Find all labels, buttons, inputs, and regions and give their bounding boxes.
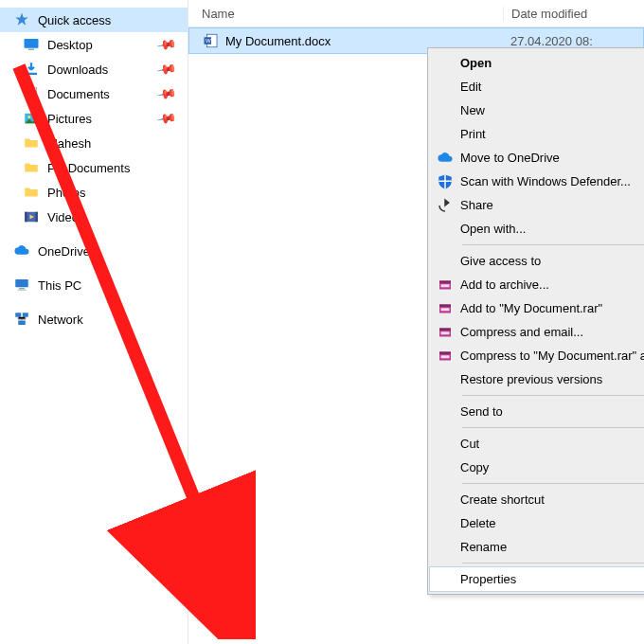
folder-icon bbox=[23, 134, 40, 152]
sidebar-item-mahesh[interactable]: Mahesh bbox=[0, 131, 188, 155]
videos-icon bbox=[23, 208, 40, 225]
sidebar-item-label: Mahesh bbox=[47, 136, 91, 151]
svg-rect-17 bbox=[18, 321, 26, 326]
svg-rect-28 bbox=[441, 308, 450, 311]
folder-icon bbox=[23, 159, 40, 176]
svg-rect-33 bbox=[439, 352, 451, 354]
sidebar-item-documents[interactable]: Documents 📌 bbox=[0, 81, 188, 106]
pin-icon: 📌 bbox=[155, 83, 177, 105]
column-date-modified[interactable]: Date modified bbox=[503, 7, 644, 21]
menu-open-with[interactable]: Open with... bbox=[430, 217, 644, 241]
sidebar-item-label: Downloads bbox=[47, 63, 108, 77]
menu-separator bbox=[462, 427, 644, 428]
menu-send-to[interactable]: Send to › bbox=[430, 400, 644, 423]
sidebar-item-pcdocuments[interactable]: PC Documents bbox=[0, 155, 188, 180]
sidebar-item-label: Documents bbox=[47, 87, 110, 101]
sidebar-network[interactable]: Network bbox=[0, 307, 188, 331]
menu-copy[interactable]: Copy bbox=[430, 456, 644, 479]
onedrive-icon bbox=[436, 149, 455, 168]
svg-rect-34 bbox=[441, 355, 450, 358]
sidebar-item-label: PC Documents bbox=[47, 161, 130, 175]
menu-properties[interactable]: Properties bbox=[429, 566, 644, 592]
menu-open[interactable]: Open bbox=[430, 51, 644, 75]
menu-create-shortcut[interactable]: Create shortcut bbox=[430, 488, 644, 511]
sidebar-item-label: Photos bbox=[47, 186, 85, 200]
svg-point-8 bbox=[27, 116, 30, 118]
svg-rect-30 bbox=[439, 329, 451, 331]
svg-rect-12 bbox=[15, 279, 28, 287]
star-icon bbox=[13, 11, 30, 28]
file-date: 27.04.2020 08: bbox=[503, 34, 643, 48]
svg-rect-24 bbox=[439, 281, 451, 283]
svg-rect-25 bbox=[441, 284, 450, 287]
sidebar-item-videos[interactable]: Videos bbox=[0, 205, 188, 229]
svg-rect-22 bbox=[438, 181, 452, 183]
svg-rect-15 bbox=[15, 313, 21, 317]
folder-icon bbox=[23, 184, 40, 201]
defender-shield-icon bbox=[436, 172, 455, 191]
menu-separator bbox=[462, 244, 644, 245]
nav-sidebar: Quick access Desktop 📌 Downloads 📌 Docum… bbox=[0, 0, 188, 644]
menu-compress-rar-email[interactable]: Compress to "My Document.rar" and email bbox=[430, 344, 644, 367]
sidebar-item-desktop[interactable]: Desktop 📌 bbox=[0, 32, 188, 57]
menu-compress-email[interactable]: Compress and email... bbox=[430, 320, 644, 344]
winrar-icon bbox=[436, 299, 455, 318]
sidebar-item-label: OneDrive bbox=[38, 244, 90, 259]
menu-share[interactable]: Share bbox=[430, 193, 644, 217]
menu-add-to-rar[interactable]: Add to "My Document.rar" bbox=[430, 296, 644, 320]
svg-text:W: W bbox=[206, 38, 211, 44]
sidebar-item-downloads[interactable]: Downloads 📌 bbox=[0, 57, 188, 81]
menu-delete[interactable]: Delete bbox=[430, 511, 644, 535]
menu-cut[interactable]: Cut bbox=[430, 432, 644, 456]
svg-rect-11 bbox=[36, 212, 38, 223]
pin-icon: 📌 bbox=[155, 108, 177, 130]
thispc-icon bbox=[13, 277, 30, 294]
sidebar-thispc[interactable]: This PC bbox=[0, 273, 188, 297]
svg-rect-14 bbox=[18, 290, 27, 292]
pictures-icon bbox=[23, 110, 40, 127]
winrar-icon bbox=[436, 323, 455, 342]
desktop-icon bbox=[23, 36, 40, 53]
sidebar-item-label: Pictures bbox=[47, 112, 92, 126]
sidebar-item-label: Desktop bbox=[47, 38, 93, 52]
menu-move-to-onedrive[interactable]: Move to OneDrive bbox=[430, 146, 644, 170]
svg-rect-0 bbox=[25, 39, 39, 48]
menu-give-access-to[interactable]: Give access to › bbox=[430, 249, 644, 273]
menu-print[interactable]: Print bbox=[430, 122, 644, 146]
svg-rect-10 bbox=[25, 212, 27, 223]
sidebar-onedrive[interactable]: OneDrive bbox=[0, 239, 188, 263]
svg-rect-16 bbox=[23, 313, 28, 317]
sidebar-item-label: This PC bbox=[38, 278, 81, 293]
sidebar-item-pictures[interactable]: Pictures 📌 bbox=[0, 106, 188, 131]
column-name[interactable]: Name bbox=[202, 7, 503, 21]
menu-add-to-archive[interactable]: Add to archive... bbox=[430, 273, 644, 296]
menu-separator bbox=[462, 395, 644, 396]
pin-icon: 📌 bbox=[155, 59, 177, 80]
share-icon bbox=[436, 196, 455, 215]
svg-rect-4 bbox=[28, 90, 34, 91]
file-name: My Document.docx bbox=[225, 34, 503, 48]
menu-new[interactable]: New bbox=[430, 98, 644, 122]
onedrive-icon bbox=[13, 242, 30, 259]
word-file-icon: W bbox=[203, 32, 220, 49]
menu-separator bbox=[462, 483, 644, 484]
file-list-panel: Name Date modified W My Document.docx 27… bbox=[188, 0, 644, 644]
menu-separator bbox=[462, 563, 644, 564]
column-header: Name Date modified bbox=[188, 0, 644, 27]
document-icon bbox=[23, 85, 40, 102]
menu-scan-defender[interactable]: Scan with Windows Defender... bbox=[430, 170, 644, 193]
svg-rect-6 bbox=[28, 96, 34, 97]
sidebar-item-label: Quick access bbox=[38, 13, 111, 27]
svg-rect-27 bbox=[439, 305, 451, 307]
menu-restore-versions[interactable]: Restore previous versions bbox=[430, 367, 644, 391]
menu-edit[interactable]: Edit bbox=[430, 75, 644, 98]
sidebar-quick-access[interactable]: Quick access bbox=[0, 8, 188, 32]
network-icon bbox=[13, 311, 30, 328]
context-menu: Open Edit New Print Move to OneDrive Sca… bbox=[427, 47, 644, 595]
sidebar-item-label: Videos bbox=[47, 210, 85, 224]
menu-rename[interactable]: Rename bbox=[430, 535, 644, 559]
svg-rect-1 bbox=[28, 49, 34, 51]
sidebar-item-photos[interactable]: Photos bbox=[0, 180, 188, 205]
svg-rect-2 bbox=[26, 73, 37, 75]
winrar-icon bbox=[436, 276, 455, 295]
